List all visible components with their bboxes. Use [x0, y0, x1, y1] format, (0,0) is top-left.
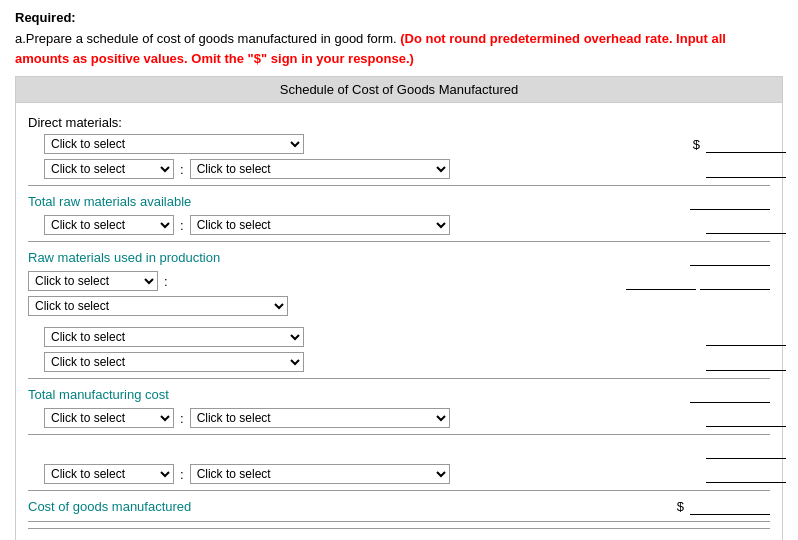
total-mfg-select-right: [706, 409, 786, 427]
raw-used-label: Raw materials used in production: [28, 250, 220, 265]
total-raw-select-row: Click to select : Click to select: [44, 215, 786, 235]
colon3: :: [164, 274, 168, 289]
instruction-text: Prepare a schedule of cost of goods manu…: [26, 31, 400, 46]
extra-select-right: [706, 465, 786, 483]
direct-materials-input1[interactable]: [706, 135, 786, 153]
required-section: Required: a.Prepare a schedule of cost o…: [15, 10, 783, 68]
direct-materials-right2: [706, 160, 786, 178]
dollar-sign2: $: [677, 499, 684, 514]
extra-select-input[interactable]: [706, 465, 786, 483]
colon4: :: [180, 411, 184, 426]
extra-row: [44, 441, 786, 459]
dollar-sign1: $: [693, 137, 700, 152]
raw-used-select1[interactable]: Click to select: [28, 271, 158, 291]
total-raw-row: Total raw materials available: [28, 192, 770, 210]
instruction-prefix: a.: [15, 31, 26, 46]
total-mfg-input[interactable]: [690, 385, 770, 403]
mfg-input2[interactable]: [706, 353, 786, 371]
schedule-body: Direct materials: Click to select $ Clic…: [16, 103, 782, 540]
mfg-select2[interactable]: Click to select: [44, 352, 304, 372]
raw-used-input2[interactable]: [626, 272, 696, 290]
direct-materials-label: Direct materials:: [28, 115, 770, 130]
direct-materials-select1[interactable]: Click to select: [44, 134, 304, 154]
total-raw-label: Total raw materials available: [28, 194, 191, 209]
divider5: [28, 490, 770, 491]
raw-used-input[interactable]: [690, 248, 770, 266]
cogs-right: $: [677, 497, 770, 515]
cogs-input[interactable]: [690, 497, 770, 515]
cogs-label: Cost of goods manufactured: [28, 499, 191, 514]
total-raw-select-a[interactable]: Click to select: [44, 215, 174, 235]
raw-used-select-row2: Click to select: [28, 296, 770, 316]
total-raw-select-b[interactable]: Click to select: [190, 215, 450, 235]
raw-used-row: Raw materials used in production: [28, 248, 770, 266]
colon1: :: [180, 162, 184, 177]
mfg-input1[interactable]: [706, 328, 786, 346]
colon5: :: [180, 467, 184, 482]
total-mfg-label: Total manufacturing cost: [28, 387, 169, 402]
divider4: [28, 434, 770, 435]
total-mfg-select-b[interactable]: Click to select: [190, 408, 450, 428]
colon2: :: [180, 218, 184, 233]
total-raw-select-input[interactable]: [706, 216, 786, 234]
mfg-right1: [706, 328, 786, 346]
direct-materials-row1: Click to select $: [44, 134, 786, 154]
divider3: [28, 378, 770, 379]
divider1: [28, 185, 770, 186]
mfg-select1[interactable]: Click to select: [44, 327, 304, 347]
schedule-title: Schedule of Cost of Goods Manufactured: [16, 77, 782, 103]
extra-select-a[interactable]: Click to select: [44, 464, 174, 484]
total-mfg-row: Total manufacturing cost: [28, 385, 770, 403]
raw-used-select2[interactable]: Click to select: [28, 296, 288, 316]
total-mfg-select-a[interactable]: Click to select: [44, 408, 174, 428]
extra-select-row: Click to select : Click to select: [44, 464, 786, 484]
total-mfg-right: [690, 385, 770, 403]
extra-input[interactable]: [706, 441, 786, 459]
mfg-row1: Click to select: [44, 327, 786, 347]
direct-materials-select2b[interactable]: Click to select: [190, 159, 450, 179]
direct-materials-input2[interactable]: [706, 160, 786, 178]
direct-materials-select2a[interactable]: Click to select: [44, 159, 174, 179]
raw-used-right: [690, 248, 770, 266]
cogs-row: Cost of goods manufactured $: [28, 497, 770, 515]
schedule-container: Schedule of Cost of Goods Manufactured D…: [15, 76, 783, 540]
total-mfg-select-input[interactable]: [706, 409, 786, 427]
raw-used-input3[interactable]: [700, 272, 770, 290]
divider6: [28, 521, 770, 522]
raw-used-select-row1: Click to select :: [28, 271, 770, 291]
required-label: Required:: [15, 10, 783, 25]
direct-materials-row2: Click to select : Click to select: [44, 159, 786, 179]
mfg-row2: Click to select: [44, 352, 786, 372]
total-raw-right: [690, 192, 770, 210]
extra-select-b[interactable]: Click to select: [190, 464, 450, 484]
total-mfg-select-row: Click to select : Click to select: [44, 408, 786, 428]
extra-right: [706, 441, 786, 459]
divider2: [28, 241, 770, 242]
mfg-right2: [706, 353, 786, 371]
total-raw-select-right: [706, 216, 786, 234]
total-raw-input[interactable]: [690, 192, 770, 210]
instruction: a.Prepare a schedule of cost of goods ma…: [15, 29, 783, 68]
divider7: [28, 528, 770, 529]
raw-used-right2: [626, 272, 770, 290]
direct-materials-right1: $: [693, 135, 786, 153]
